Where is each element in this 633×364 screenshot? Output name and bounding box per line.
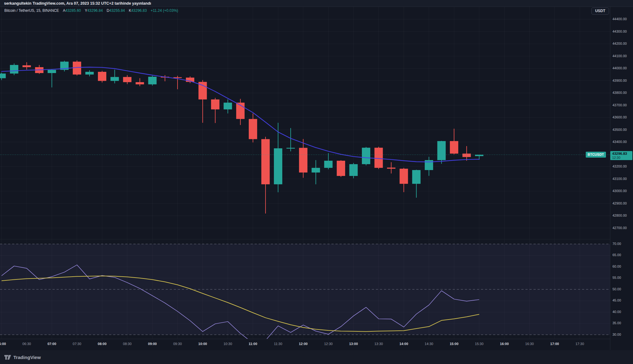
price-tick-label: 43200.00	[612, 164, 627, 168]
time-tick-label: 12:00	[299, 342, 307, 346]
publish-banner-text: serkangultekin TradingView.com, Ara 07, …	[4, 1, 151, 6]
price-axis[interactable]: 44400.0044300.0044200.0044100.0044000.00…	[610, 7, 633, 350]
rsi-tick-label: 55.00	[612, 276, 621, 279]
symbol-info-bar[interactable]: Bitcoin / TetherUS, 15, BINANCE A43285.6…	[4, 8, 178, 13]
tradingview-brand-text[interactable]: TradingView	[13, 355, 41, 360]
symbol-title[interactable]: Bitcoin / TetherUS, 15, BINANCE	[4, 8, 59, 13]
rsi-tick-label: 70.00	[612, 242, 621, 246]
rsi-tick-label: 50.00	[612, 287, 621, 291]
time-tick-label: 16:00	[500, 342, 509, 346]
rsi-tick-label: 60.00	[612, 265, 621, 268]
high-value: 43296.84	[87, 8, 103, 13]
time-tick-label: 07:00	[48, 342, 56, 346]
time-tick-label: 13:30	[374, 342, 383, 346]
time-tick-label: 11:00	[249, 342, 257, 346]
time-tick-label: 10:30	[224, 342, 232, 346]
publish-banner: serkangultekin TradingView.com, Ara 07, …	[0, 0, 633, 7]
rsi-tick-label: 40.00	[612, 310, 621, 314]
footer: TradingView	[0, 350, 633, 364]
price-tick-label: 43800.00	[612, 91, 627, 94]
price-tick-label: 42900.00	[612, 201, 627, 205]
low-value: 43255.84	[109, 8, 125, 13]
open-value: 43285.60	[65, 8, 81, 13]
rsi-tick-label: 35.00	[612, 321, 621, 325]
rsi-tick-label: 45.00	[612, 298, 621, 302]
currency-toggle-button[interactable]: USDT	[591, 7, 609, 15]
close-value: 43296.83	[131, 8, 147, 13]
time-tick-label: 08:30	[123, 342, 132, 346]
time-tick-label: 11:30	[274, 342, 282, 346]
time-tick-label: 17:30	[575, 342, 584, 346]
time-tick-label: 12:30	[324, 342, 333, 346]
high-label: Y	[85, 8, 87, 13]
price-tick-label: 43900.00	[612, 79, 627, 82]
time-tick-label: 06:00	[0, 342, 6, 346]
last-price-label: 43296.83 12:30	[610, 151, 632, 160]
close-label: K	[129, 8, 131, 13]
tradingview-published-chart: serkangultekin TradingView.com, Ara 07, …	[0, 0, 633, 364]
price-tick-label: 44100.00	[612, 54, 627, 58]
time-tick-label: 14:30	[425, 342, 433, 346]
time-tick-label: 15:00	[450, 342, 458, 346]
price-tick-label: 44200.00	[612, 42, 627, 45]
time-tick-label: 14:00	[400, 342, 408, 346]
time-tick-label: 13:00	[349, 342, 358, 346]
time-tick-label: 09:30	[173, 342, 182, 346]
price-tick-label: 43600.00	[612, 115, 627, 119]
time-tick-label: 08:00	[98, 342, 106, 346]
price-tick-label: 43400.00	[612, 140, 627, 144]
time-tick-label: 07:30	[73, 342, 81, 346]
pane-divider[interactable]	[0, 239, 610, 239]
chart-canvas[interactable]	[0, 0, 633, 364]
time-tick-label: 17:00	[550, 342, 559, 346]
time-tick-label: 16:30	[525, 342, 534, 346]
low-label: D	[107, 8, 109, 13]
last-price-value: 43296.83	[612, 151, 632, 156]
time-tick-label: 06:30	[22, 342, 31, 346]
price-tick-label: 44000.00	[612, 66, 627, 70]
time-tick-label: 15:30	[475, 342, 484, 346]
time-tick-label: 10:00	[198, 342, 207, 346]
price-tick-label: 42700.00	[612, 226, 627, 230]
bar-countdown: 12:30	[612, 156, 632, 159]
change-value: +11.24 (+0.03%)	[151, 8, 178, 13]
rsi-tick-label: 30.00	[612, 333, 621, 336]
price-tick-label: 43000.00	[612, 189, 627, 193]
price-tick-label: 43500.00	[612, 128, 627, 131]
price-tick-label: 44300.00	[612, 30, 627, 33]
tradingview-logo-icon[interactable]	[4, 355, 11, 360]
time-tick-label: 09:00	[148, 342, 157, 346]
price-tick-label: 42800.00	[612, 214, 627, 217]
price-tick-label: 44400.00	[612, 17, 627, 21]
price-tick-label: 43700.00	[612, 103, 627, 107]
price-tick-label: 43100.00	[612, 177, 627, 181]
last-price-symbol-tag: BTCUSDT	[586, 152, 606, 158]
rsi-tick-label: 65.00	[612, 253, 621, 257]
time-axis[interactable]: 06:0006:3007:0007:3008:0008:3009:0009:30…	[0, 339, 633, 350]
